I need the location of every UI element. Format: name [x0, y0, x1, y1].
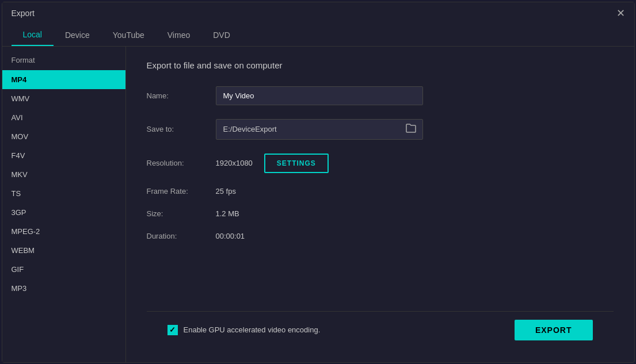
resolution-wrapper: 1920x1080 SETTINGS — [216, 154, 329, 173]
name-input[interactable] — [216, 86, 423, 105]
size-value: 1.2 MB — [216, 209, 239, 218]
save-to-label: Save to: — [147, 125, 216, 133]
folder-input-wrapper — [216, 119, 423, 140]
size-label: Size: — [147, 209, 216, 218]
sidebar-item-webm[interactable]: WEBM — [2, 241, 125, 260]
gpu-checkbox[interactable] — [167, 325, 178, 335]
sidebar: Format MP4 WMV AVI MOV F4V MKV TS 3GP MP… — [2, 47, 126, 362]
tab-youtube[interactable]: YouTube — [101, 24, 156, 46]
tab-vimeo[interactable]: Vimeo — [156, 24, 201, 46]
bottom-bar: Enable GPU accelerated video encoding. E… — [147, 311, 614, 348]
frame-rate-label: Frame Rate: — [147, 187, 216, 196]
save-to-row: Save to: — [147, 119, 614, 140]
duration-value: 00:00:01 — [216, 232, 245, 240]
sidebar-item-wmv[interactable]: WMV — [2, 89, 125, 108]
tab-bar: Local Device YouTube Vimeo DVD — [2, 24, 634, 47]
duration-row: Duration: 00:00:01 — [147, 232, 614, 240]
resolution-label: Resolution: — [147, 159, 216, 167]
sidebar-item-f4v[interactable]: F4V — [2, 146, 125, 165]
main-title: Export to file and save on computer — [147, 60, 614, 70]
title-bar: Export ✕ — [2, 2, 634, 24]
tab-device[interactable]: Device — [54, 24, 101, 46]
sidebar-item-gif[interactable]: GIF — [2, 260, 125, 279]
sidebar-item-mpeg2[interactable]: MPEG-2 — [2, 222, 125, 241]
duration-label: Duration: — [147, 232, 216, 240]
tab-local[interactable]: Local — [12, 24, 54, 46]
sidebar-item-3gp[interactable]: 3GP — [2, 203, 125, 222]
name-label: Name: — [147, 91, 216, 100]
name-row: Name: — [147, 86, 614, 105]
frame-rate-value: 25 fps — [216, 187, 236, 196]
tab-dvd[interactable]: DVD — [201, 24, 242, 46]
resolution-row: Resolution: 1920x1080 SETTINGS — [147, 154, 614, 173]
export-dialog: Export ✕ Local Device YouTube Vimeo DVD … — [2, 2, 635, 363]
sidebar-item-ts[interactable]: TS — [2, 184, 125, 203]
settings-button[interactable]: SETTINGS — [264, 154, 329, 173]
sidebar-item-mp4[interactable]: MP4 — [2, 70, 125, 89]
frame-rate-row: Frame Rate: 25 fps — [147, 187, 614, 196]
sidebar-item-mov[interactable]: MOV — [2, 127, 125, 146]
sidebar-item-mp3[interactable]: MP3 — [2, 279, 125, 298]
main-content: Export to file and save on computer Name… — [126, 47, 634, 362]
gpu-checkbox-label[interactable]: Enable GPU accelerated video encoding. — [167, 325, 321, 335]
gpu-label-text: Enable GPU accelerated video encoding. — [184, 325, 321, 334]
sidebar-item-mkv[interactable]: MKV — [2, 165, 125, 184]
save-to-input[interactable] — [216, 120, 399, 138]
export-button[interactable]: EXPORT — [515, 320, 593, 340]
resolution-value: 1920x1080 — [216, 159, 253, 167]
sidebar-item-avi[interactable]: AVI — [2, 108, 125, 127]
close-button[interactable]: ✕ — [616, 8, 625, 18]
browse-folder-button[interactable] — [399, 120, 422, 139]
sidebar-header: Format — [2, 56, 125, 70]
content-area: Format MP4 WMV AVI MOV F4V MKV TS 3GP MP… — [2, 47, 634, 362]
size-row: Size: 1.2 MB — [147, 209, 614, 218]
dialog-title: Export — [12, 9, 35, 18]
